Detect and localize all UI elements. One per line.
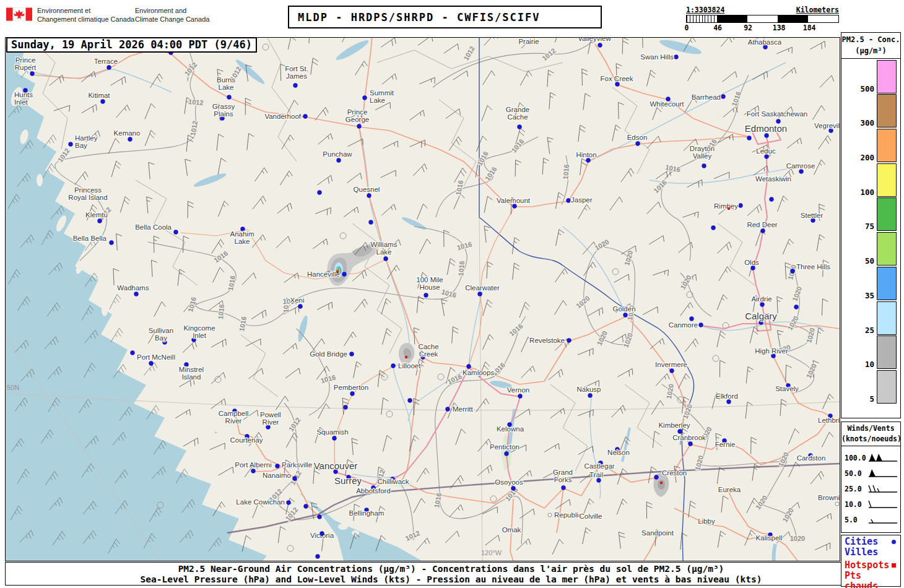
city-dot[interactable] [446, 407, 450, 412]
city-dot[interactable] [134, 292, 139, 296]
wind-barb [149, 162, 154, 179]
city-dot[interactable] [670, 369, 674, 373]
city-dot[interactable] [293, 477, 297, 481]
city-dot[interactable] [363, 96, 367, 100]
city-dot[interactable] [101, 100, 105, 104]
city-dot[interactable] [727, 400, 731, 404]
city-dot[interactable] [654, 475, 659, 480]
city-dot[interactable] [598, 43, 602, 48]
wind-barb [347, 173, 362, 183]
city-dot[interactable] [357, 124, 362, 129]
wind-barb [653, 270, 669, 276]
city-dot[interactable] [110, 241, 114, 245]
wind-legend-units: (knots/noeuds) [841, 435, 900, 443]
city-dot[interactable] [107, 66, 111, 70]
city-dot[interactable] [761, 229, 765, 233]
city-label: House [419, 283, 440, 291]
city-dot[interactable] [624, 313, 628, 318]
city-dot[interactable] [739, 204, 743, 208]
wind-barb [619, 532, 625, 549]
city-dot[interactable] [318, 515, 322, 519]
city-dot[interactable] [776, 119, 781, 124]
city-dot[interactable] [128, 137, 133, 142]
city-dot[interactable] [636, 142, 640, 146]
city-dot[interactable] [562, 486, 566, 490]
city-dot[interactable] [332, 436, 337, 441]
city-dot[interactable] [131, 351, 135, 355]
wind-barb [249, 368, 264, 379]
city-dot[interactable] [765, 134, 769, 138]
city-dot[interactable] [690, 317, 694, 321]
city-dot[interactable] [567, 339, 572, 343]
city-dot[interactable] [751, 266, 755, 270]
city-dot[interactable] [369, 220, 373, 225]
city-dot[interactable] [511, 486, 516, 491]
city-dot[interactable] [384, 257, 388, 261]
city-dot[interactable] [424, 293, 428, 298]
city-dot[interactable] [287, 501, 291, 505]
city-dot[interactable] [174, 230, 178, 235]
town-circle[interactable] [835, 502, 839, 506]
city-dot[interactable] [298, 305, 303, 309]
city-dot[interactable] [588, 394, 593, 398]
isobar-label: 1020 [679, 274, 693, 290]
city-dot[interactable] [350, 352, 354, 357]
city-dot[interactable] [320, 532, 324, 536]
city-dot[interactable] [794, 305, 799, 309]
city-dot[interactable] [337, 158, 341, 163]
city-dot[interactable] [318, 191, 322, 195]
city-dot[interactable] [293, 84, 298, 88]
city-dot[interactable] [316, 555, 320, 559]
hotspot-marker[interactable] [660, 482, 663, 484]
city-dot[interactable] [149, 361, 154, 366]
city-dot[interactable] [615, 82, 620, 87]
city-dot[interactable] [721, 95, 726, 99]
hotspot-marker[interactable] [405, 356, 407, 358]
wind-barb [188, 201, 193, 218]
city-dot[interactable] [478, 292, 482, 296]
city-dot[interactable] [689, 442, 693, 446]
city-dot[interactable] [408, 399, 412, 403]
city-dot[interactable] [770, 197, 774, 202]
city-dot[interactable] [760, 303, 765, 307]
city-dot[interactable] [567, 199, 571, 203]
isobar-label: 1020 [575, 294, 591, 309]
hotspot-marker[interactable] [336, 270, 339, 273]
city-dot[interactable] [711, 226, 716, 230]
city-dot[interactable] [303, 115, 308, 119]
city-dot[interactable] [30, 72, 35, 76]
city-dot[interactable] [699, 323, 703, 327]
city-dot[interactable] [513, 204, 517, 209]
city-dot[interactable] [791, 269, 795, 274]
city-dot[interactable] [747, 136, 752, 141]
city-dot[interactable] [467, 365, 471, 369]
city-dot[interactable] [350, 392, 355, 396]
city-dot[interactable] [276, 464, 280, 469]
city-dot[interactable] [342, 272, 347, 277]
town-circle[interactable] [548, 513, 552, 517]
hotspot-marker[interactable] [728, 207, 730, 210]
city-dot[interactable] [702, 164, 706, 168]
city-dot[interactable] [69, 142, 73, 147]
city-dot[interactable] [227, 95, 232, 100]
city-dot[interactable] [505, 452, 509, 456]
city-dot[interactable] [518, 394, 523, 399]
city-label: Calgary [745, 311, 777, 321]
city-dot[interactable] [367, 194, 372, 198]
city-dot[interactable] [678, 430, 682, 434]
city-dot[interactable] [765, 155, 769, 159]
city-dot[interactable] [674, 55, 679, 59]
city-dot[interactable] [597, 478, 601, 483]
city-dot[interactable] [304, 504, 308, 509]
city-dot[interactable] [344, 405, 348, 410]
map-canvas[interactable]: 1012101210121012101210121012101210121012… [5, 37, 840, 561]
city-dot[interactable] [799, 170, 804, 174]
pm25-color-swatch [877, 129, 897, 162]
wind-barb [75, 171, 88, 184]
city-dot[interactable] [391, 364, 396, 368]
city-dot[interactable] [251, 469, 256, 473]
city-dot[interactable] [518, 125, 522, 129]
city-dot[interactable] [586, 158, 591, 163]
city-dot[interactable] [98, 219, 102, 223]
isobar-label: 1012 [56, 147, 71, 163]
